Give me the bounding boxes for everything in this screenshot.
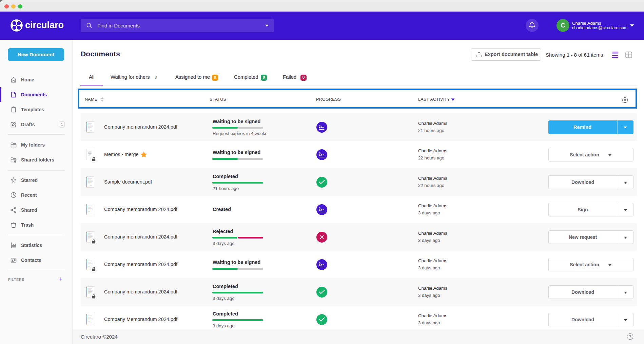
svg-text:?: ?: [629, 335, 631, 339]
